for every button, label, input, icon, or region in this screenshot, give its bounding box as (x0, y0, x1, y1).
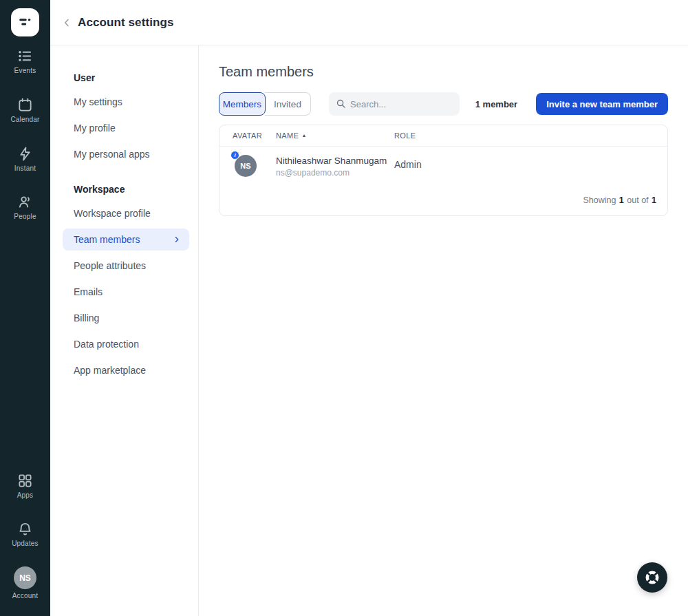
search-input[interactable] (329, 92, 460, 116)
rail-item-calendar[interactable]: Calendar (0, 97, 50, 123)
rail-item-instant[interactable]: Instant (0, 146, 50, 172)
nav-item-data-protection[interactable]: Data protection (63, 333, 189, 355)
member-name: Nithileashwar Shanmugam (276, 155, 394, 167)
table-row[interactable]: NS i Nithileashwar Shanmugam ns@supademo… (219, 147, 667, 186)
nav-item-team-members-label: Team members (74, 234, 140, 245)
lightning-icon (17, 146, 33, 162)
settings-nav: User My settings My profile My personal … (50, 45, 199, 616)
account-avatar: NS (14, 566, 36, 589)
nav-section-workspace: Workspace (63, 176, 189, 202)
nav-section-user: User (63, 65, 189, 91)
column-header-name-label: NAME (276, 131, 299, 140)
sort-ascending-icon: ▲ (301, 133, 306, 138)
main-content: Team members Members Invited 1 member In… (199, 45, 688, 616)
rail-item-events[interactable]: Events (0, 48, 50, 74)
nav-item-people-attributes[interactable]: People attributes (63, 255, 189, 277)
rail-item-people[interactable]: People (0, 194, 50, 220)
column-header-role: ROLE (394, 131, 667, 140)
rail-item-apps[interactable]: Apps (0, 473, 50, 499)
member-email: ns@supademo.com (276, 168, 394, 178)
table-footer: Showing 1 out of 1 (219, 186, 667, 215)
nav-item-emails[interactable]: Emails (63, 281, 189, 303)
tab-members[interactable]: Members (219, 92, 266, 116)
info-badge-icon[interactable]: i (230, 151, 239, 160)
top-header: Account settings (50, 0, 688, 45)
back-button[interactable] (57, 13, 76, 32)
nav-item-team-members[interactable]: Team members (63, 229, 189, 251)
rail-label-instant: Instant (14, 164, 36, 172)
help-button[interactable] (637, 562, 667, 593)
rail-item-updates[interactable]: Updates (0, 521, 50, 547)
footer-total-count: 1 (652, 195, 656, 205)
app-window: Events Calendar Instant People (0, 0, 688, 616)
nav-item-workspace-profile[interactable]: Workspace profile (63, 202, 189, 224)
footer-shown-count: 1 (619, 195, 624, 205)
section-title: Team members (219, 63, 668, 81)
nav-item-app-marketplace[interactable]: App marketplace (63, 359, 189, 381)
rail-item-account[interactable]: NS Account (0, 566, 50, 599)
member-role: Admin (394, 155, 667, 170)
rail-label-apps: Apps (17, 491, 34, 499)
bell-icon (17, 521, 33, 537)
nav-item-my-settings[interactable]: My settings (63, 91, 189, 113)
people-icon (17, 194, 33, 210)
column-header-name[interactable]: NAME▲ (276, 131, 394, 140)
column-header-avatar: AVATAR (233, 131, 276, 140)
tab-invited[interactable]: Invited (265, 92, 311, 116)
rail-label-calendar: Calendar (10, 116, 39, 123)
page-title: Account settings (78, 16, 174, 30)
member-avatar-wrap: NS i (235, 155, 257, 177)
nav-spacer (63, 169, 189, 176)
chevron-left-icon (61, 17, 73, 29)
apps-grid-icon (17, 473, 33, 489)
nav-item-my-profile[interactable]: My profile (63, 117, 189, 139)
nav-item-my-personal-apps[interactable]: My personal apps (63, 143, 189, 165)
app-logo-icon (17, 14, 34, 31)
search-box (329, 92, 460, 116)
footer-middle: out of (627, 195, 648, 205)
nav-item-billing[interactable]: Billing (63, 307, 189, 329)
members-table: AVATAR NAME▲ ROLE NS i Nithileashwar Sha… (219, 125, 668, 216)
table-header-row: AVATAR NAME▲ ROLE (219, 125, 667, 147)
rail-label-events: Events (14, 67, 36, 74)
calendar-icon (17, 97, 33, 113)
primary-rail: Events Calendar Instant People (0, 0, 50, 616)
app-logo[interactable] (11, 8, 39, 36)
search-icon (336, 98, 346, 109)
list-icon (17, 48, 33, 64)
rail-label-account: Account (12, 592, 39, 599)
lifebuoy-icon (643, 569, 661, 586)
rail-label-people: People (14, 213, 36, 220)
toolbar: Members Invited 1 member Invite a new te… (219, 92, 668, 116)
member-count: 1 member (475, 99, 517, 109)
chevron-right-icon (173, 235, 181, 244)
footer-prefix: Showing (583, 195, 616, 205)
invite-team-member-button[interactable]: Invite a new team member (536, 93, 668, 115)
member-identity: Nithileashwar Shanmugam ns@supademo.com (276, 155, 394, 178)
rail-label-updates: Updates (12, 540, 39, 547)
